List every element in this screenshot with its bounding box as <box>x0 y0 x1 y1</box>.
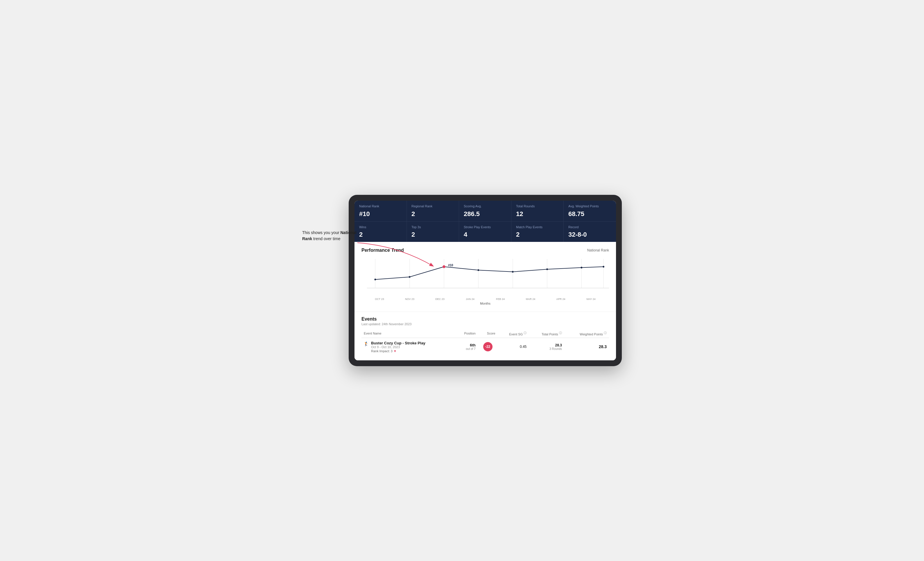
stat-regional-rank: Regional Rank 2 <box>407 200 459 221</box>
stat-stroke-play-value: 4 <box>464 231 507 238</box>
x-label-feb24: FEB 24 <box>485 298 516 301</box>
event-sg-info-icon: ⓘ <box>524 331 526 335</box>
event-position-sub: out of 7 <box>458 347 476 350</box>
x-label-apr24: APR 24 <box>546 298 576 301</box>
events-title: Events <box>362 317 609 322</box>
stat-record-value: 32-8-0 <box>568 231 611 238</box>
col-score: Score <box>478 329 498 338</box>
tablet-screen: National Rank #10 Regional Rank 2 Scorin… <box>354 200 616 360</box>
event-weighted-points-value: 28.3 <box>599 344 607 349</box>
stat-match-play: Match Play Events 2 <box>512 221 564 242</box>
perf-title: Performance Trend <box>362 248 404 253</box>
stat-scoring-avg-value: 286.5 <box>464 210 507 218</box>
outer-wrapper: This shows you your National Rank trend … <box>302 195 622 366</box>
perf-subtitle: National Rank <box>587 248 609 252</box>
stat-record-label: Record <box>568 225 611 229</box>
stats-header-row1: National Rank #10 Regional Rank 2 Scorin… <box>354 200 616 221</box>
perf-header: Performance Trend National Rank <box>362 248 609 253</box>
event-name-text: Buster Cozy Cup - Stroke Play <box>371 341 425 345</box>
event-position-value: 6th <box>458 343 476 347</box>
event-icon: 🏌 <box>364 341 369 346</box>
col-total-points: Total Points ⓘ <box>529 329 564 338</box>
events-section: Events Last updated: 24th November 2023 … <box>354 311 616 361</box>
rank-impact-direction: ▼ <box>393 349 397 353</box>
x-label-oct23: OCT 23 <box>364 298 394 301</box>
performance-section: Performance Trend National Rank <box>354 242 616 311</box>
stat-avg-weighted-value: 68.75 <box>568 210 611 218</box>
stat-match-play-value: 2 <box>516 231 559 238</box>
stats-header-row2: Wins 2 Top 3s 2 Stroke Play Events 4 Mat… <box>354 221 616 242</box>
svg-text:#10: #10 <box>448 263 453 267</box>
events-last-updated: Last updated: 24th November 2023 <box>362 322 609 326</box>
annotation-text: This shows you your National Rank trend … <box>302 230 357 241</box>
stat-scoring-avg-label: Scoring Avg. <box>464 204 507 208</box>
annotation: This shows you your National Rank trend … <box>302 230 360 242</box>
stat-avg-weighted-label: Avg. Weighted Points <box>568 204 611 208</box>
col-event-name: Event Name <box>362 329 455 338</box>
stat-match-play-label: Match Play Events <box>516 225 559 229</box>
event-weighted-points-cell: 28.3 <box>564 338 609 356</box>
event-name-details: Buster Cozy Cup - Stroke Play Oct 9 - Oc… <box>371 341 425 353</box>
stat-regional-rank-value: 2 <box>411 210 454 218</box>
event-rank-impact: Rank Impact: 3 ▼ <box>371 349 425 353</box>
chart-x-labels: OCT 23 NOV 23 DEC 23 JAN 24 FEB 24 MAR 2… <box>362 298 609 301</box>
stat-top3s-label: Top 3s <box>411 225 454 229</box>
stat-wins-label: Wins <box>359 225 402 229</box>
x-label-nov23: NOV 23 <box>394 298 425 301</box>
stat-stroke-play-label: Stroke Play Events <box>464 225 507 229</box>
col-event-sg: Event SG ⓘ <box>498 329 529 338</box>
event-total-points-value: 28.3 <box>531 343 562 347</box>
event-date: Oct 9 - Oct 10, 2023 <box>371 345 425 349</box>
event-score-badge: -22 <box>483 342 492 352</box>
col-position: Position <box>455 329 478 338</box>
total-points-info-icon: ⓘ <box>559 331 562 335</box>
svg-point-11 <box>409 276 411 278</box>
weighted-points-info-icon: ⓘ <box>604 331 607 335</box>
stat-record: Record 32-8-0 <box>564 221 616 242</box>
stat-top3s-value: 2 <box>411 231 454 238</box>
svg-point-15 <box>546 268 548 270</box>
event-sg-cell: 0.45 <box>498 338 529 356</box>
svg-point-13 <box>477 269 479 271</box>
stat-regional-rank-label: Regional Rank <box>411 204 454 208</box>
table-row: 🏌 Buster Cozy Cup - Stroke Play Oct 9 - … <box>362 338 609 356</box>
stat-wins-value: 2 <box>359 231 402 238</box>
svg-point-12 <box>442 265 445 268</box>
x-label-mar24: MAR 24 <box>516 298 546 301</box>
event-score-cell: -22 <box>478 338 498 356</box>
x-label-may24: MAY 24 <box>576 298 606 301</box>
stat-wins: Wins 2 <box>354 221 407 242</box>
svg-point-16 <box>580 266 582 268</box>
chart-svg: #10 <box>362 257 609 295</box>
event-total-points-cell: 28.3 3 Rounds <box>529 338 564 356</box>
stat-total-rounds-label: Total Rounds <box>516 204 559 208</box>
col-weighted-points: Weighted Points ⓘ <box>564 329 609 338</box>
stat-national-rank-value: #10 <box>359 210 402 218</box>
x-axis-title: Months <box>362 302 609 305</box>
x-label-jan24: JAN 24 <box>455 298 485 301</box>
svg-point-14 <box>512 271 514 273</box>
stat-national-rank: National Rank #10 <box>354 200 407 221</box>
performance-chart: #10 <box>362 257 609 295</box>
stat-total-rounds-value: 12 <box>516 210 559 218</box>
events-table: Event Name Position Score Event SG ⓘ Tot… <box>362 329 609 356</box>
event-total-points-sub: 3 Rounds <box>531 347 562 350</box>
x-label-dec23: DEC 23 <box>425 298 455 301</box>
svg-point-10 <box>374 279 376 280</box>
stat-avg-weighted: Avg. Weighted Points 68.75 <box>564 200 616 221</box>
stat-stroke-play: Stroke Play Events 4 <box>459 221 512 242</box>
stat-total-rounds: Total Rounds 12 <box>512 200 564 221</box>
svg-point-17 <box>603 266 604 268</box>
stat-scoring-avg: Scoring Avg. 286.5 <box>459 200 512 221</box>
stat-top3s: Top 3s 2 <box>407 221 459 242</box>
tablet-frame: National Rank #10 Regional Rank 2 Scorin… <box>349 195 622 366</box>
stat-national-rank-label: National Rank <box>359 204 402 208</box>
event-position-cell: 6th out of 7 <box>455 338 478 356</box>
event-name-cell: 🏌 Buster Cozy Cup - Stroke Play Oct 9 - … <box>362 338 455 356</box>
